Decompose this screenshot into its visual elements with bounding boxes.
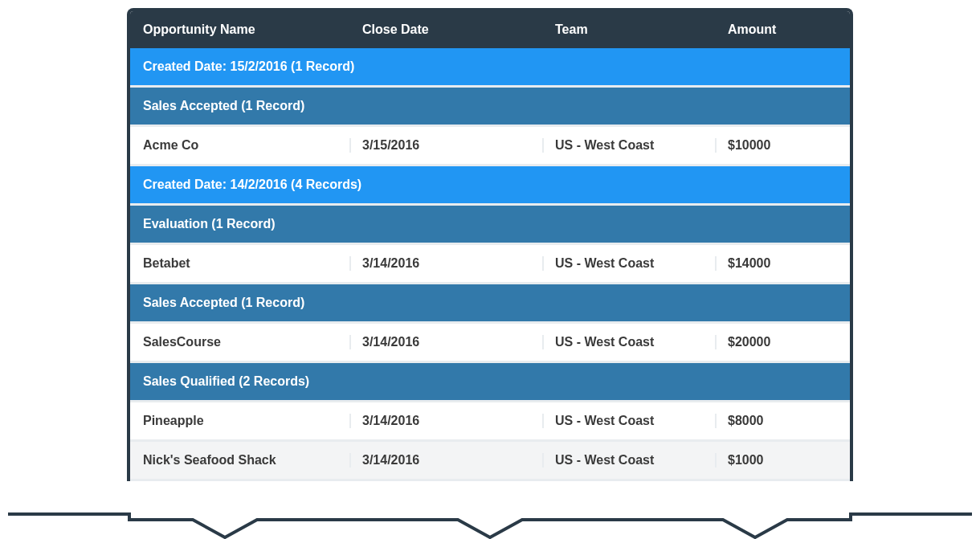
table-header-row: Opportunity Name Close Date Team Amount	[130, 11, 850, 48]
cell-team: US - West Coast	[544, 414, 717, 428]
group-secondary: Sales Accepted (1 Record)	[130, 88, 850, 127]
cell-close-date: 3/14/2016	[351, 414, 544, 428]
group-secondary: Sales Qualified (2 Records)	[130, 363, 850, 402]
table-row: SalesCourse3/14/2016US - West Coast$2000…	[130, 324, 850, 363]
cell-amount: $10000	[717, 138, 850, 153]
header-close-date: Close Date	[351, 22, 544, 37]
cell-close-date: 3/14/2016	[351, 453, 544, 468]
cell-team: US - West Coast	[544, 138, 717, 153]
cell-team: US - West Coast	[544, 256, 717, 271]
group-secondary: Evaluation (1 Record)	[130, 206, 850, 245]
cell-opportunity: SalesCourse	[130, 335, 351, 349]
header-opportunity: Opportunity Name	[130, 22, 351, 37]
group-primary: Created Date: 14/2/2016 (4 Records)	[130, 166, 850, 206]
cell-team: US - West Coast	[544, 335, 717, 349]
cell-opportunity: Acme Co	[130, 138, 351, 153]
cell-amount: $1000	[717, 453, 850, 468]
header-team: Team	[544, 22, 717, 37]
cell-close-date: 3/14/2016	[351, 335, 544, 349]
header-amount: Amount	[717, 22, 850, 37]
group-primary: Created Date: 15/2/2016 (1 Record)	[130, 48, 850, 88]
cell-close-date: 3/14/2016	[351, 256, 544, 271]
table-row: Nick's Seafood Shack3/14/2016US - West C…	[130, 442, 850, 481]
cell-amount: $20000	[717, 335, 850, 349]
cell-close-date: 3/15/2016	[351, 138, 544, 153]
table-row: Pineapple3/14/2016US - West Coast$8000	[130, 402, 850, 442]
cell-amount: $8000	[717, 414, 850, 428]
table-row: Betabet3/14/2016US - West Coast$14000	[130, 245, 850, 284]
cell-opportunity: Betabet	[130, 256, 351, 271]
cell-opportunity: Pineapple	[130, 414, 351, 428]
table-row: Acme Co3/15/2016US - West Coast$10000	[130, 127, 850, 166]
table-body: Created Date: 15/2/2016 (1 Record)Sales …	[130, 48, 850, 481]
report-table: Opportunity Name Close Date Team Amount …	[127, 8, 853, 481]
tear-line-decoration	[0, 512, 980, 539]
cell-team: US - West Coast	[544, 453, 717, 468]
cell-opportunity: Nick's Seafood Shack	[130, 453, 351, 468]
cell-amount: $14000	[717, 256, 850, 271]
group-secondary: Sales Accepted (1 Record)	[130, 284, 850, 324]
